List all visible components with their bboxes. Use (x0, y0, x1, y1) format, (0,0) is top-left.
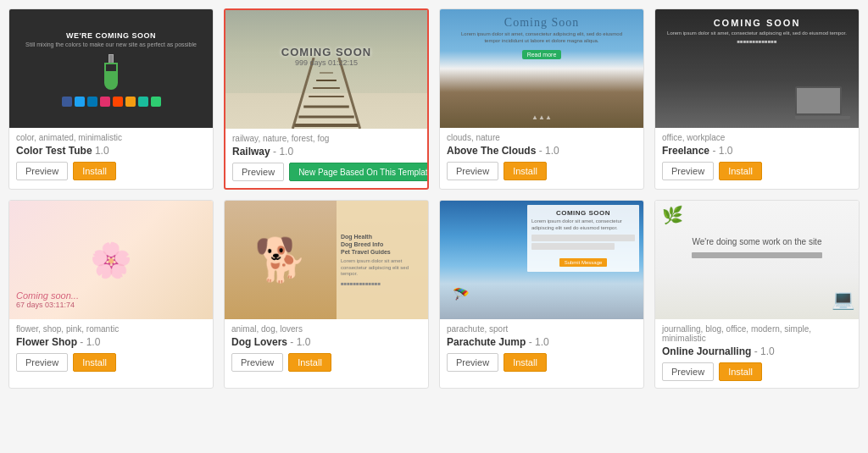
color-test-title: WE'RE COMING SOON (66, 31, 156, 40)
new-page-button-railway[interactable]: New Page Based On This Template (289, 163, 429, 181)
install-button-clouds[interactable]: Install (504, 162, 547, 180)
card-actions-dog: Preview Install (231, 353, 421, 372)
social-icons (62, 97, 161, 107)
preview-button-freelance[interactable]: Preview (662, 162, 714, 180)
preview-button-dog[interactable]: Preview (231, 353, 283, 372)
dog-emoji: 🐕 (254, 235, 307, 285)
card-tags-railway: railway, nature, forest, fog (232, 134, 420, 143)
thumb-freelance: COMING SOON Lorem ipsum dolor sit amet, … (655, 9, 859, 128)
thumb-above-clouds: Coming Soon Lorem ipsum dolor sit amet, … (440, 9, 643, 128)
card-title-railway: Railway - 1.0 (232, 146, 420, 157)
card-tags-dog: animal, dog, lovers (231, 324, 421, 334)
freelance-overlay: COMING SOON Lorem ipsum dolor sit amet, … (655, 9, 859, 128)
preview-button-flower[interactable]: Preview (16, 353, 68, 372)
card-color-test-tube: WE'RE COMING SOON Still mixing the color… (8, 8, 214, 190)
journal-overlay: 🌿 💻 We're doing some work on the site (655, 201, 859, 319)
card-info-parachute: parachute, sport Parachute Jump - 1.0 Pr… (440, 319, 643, 378)
template-grid: WE'RE COMING SOON Still mixing the color… (8, 8, 860, 389)
parachute-overlay: COMING SOON Lorem ipsum dolor sit amet, … (440, 201, 643, 319)
laptop-visual (795, 86, 850, 119)
card-title-journal: Online Journalling - 1.0 (662, 345, 852, 357)
card-flower-shop: 🌸 Coming soon... 67 days 03:11:74 flower… (8, 200, 214, 389)
card-title-dog: Dog Lovers - 1.0 (231, 336, 421, 348)
flower-overlay: 🌸 Coming soon... 67 days 03:11:74 (9, 201, 213, 319)
thumb-railway: COMING SOON 999 days 01:22:15 (225, 10, 427, 129)
flower-emoji: 🌸 (90, 240, 132, 280)
railway-text: COMING SOON 999 days 01:22:15 (225, 46, 427, 67)
card-info-flower: flower, shop, pink, romantic Flower Shop… (9, 319, 213, 378)
install-button-dog[interactable]: Install (288, 353, 331, 372)
read-more-btn[interactable]: Read more (522, 50, 562, 59)
card-title-flower: Flower Shop - 1.0 (16, 336, 206, 348)
thumb-parachute: COMING SOON Lorem ipsum dolor sit amet, … (440, 201, 643, 319)
preview-button-clouds[interactable]: Preview (447, 162, 498, 180)
card-tags-freelance: office, workplace (662, 133, 852, 142)
install-button-freelance[interactable]: Install (719, 162, 762, 180)
thumb-flower-shop: 🌸 Coming soon... 67 days 03:11:74 (9, 201, 213, 319)
install-button-journal[interactable]: Install (719, 362, 762, 381)
card-tags-flower: flower, shop, pink, romantic (16, 324, 206, 334)
card-tags-color-test: color, animated, minimalistic (16, 133, 206, 142)
flower-coming-text: Coming soon... 67 days 03:11:74 (16, 290, 79, 309)
parachute-emoji: 🪂 (453, 286, 470, 302)
color-test-sub: Still mixing the colors to make our new … (25, 41, 197, 47)
dog-overlay: 🐕 Dog Health Dog Breed Info Pet Travel G… (225, 201, 428, 319)
card-info-clouds: clouds, nature Above The Clouds - 1.0 Pr… (440, 128, 643, 187)
card-info-railway: railway, nature, forest, fog Railway - 1… (225, 129, 427, 188)
card-online-journalling: 🌿 💻 We're doing some work on the site jo… (654, 200, 860, 389)
card-above-the-clouds: Coming Soon Lorem ipsum dolor sit amet, … (439, 8, 644, 190)
card-info-freelance: office, workplace Freelance - 1.0 Previe… (655, 128, 859, 187)
install-button-flower[interactable]: Install (73, 353, 116, 372)
railway-overlay: COMING SOON 999 days 01:22:15 (225, 10, 427, 129)
card-title-clouds: Above The Clouds - 1.0 (447, 145, 637, 157)
clouds-title: Coming Soon Lorem ipsum dolor sit amet, … (440, 16, 643, 60)
card-title-parachute: Parachute Jump - 1.0 (447, 336, 637, 348)
card-actions-parachute: Preview Install (447, 353, 637, 372)
card-actions-freelance: Preview Install (662, 162, 852, 180)
card-actions-journal: Preview Install (662, 362, 852, 381)
card-actions-clouds: Preview Install (447, 162, 637, 180)
card-railway: COMING SOON 999 days 01:22:15 railway, n… (224, 8, 429, 190)
card-tags-journal: journalling, blog, office, modern, simpl… (662, 324, 852, 343)
card-info-journal: journalling, blog, office, modern, simpl… (655, 319, 859, 388)
plant-emoji: 🌿 (662, 205, 683, 225)
clouds-overlay: Coming Soon Lorem ipsum dolor sit amet, … (440, 9, 643, 128)
install-button-parachute[interactable]: Install (504, 353, 547, 372)
card-tags-clouds: clouds, nature (447, 133, 637, 142)
card-title-color-test: Color Test Tube 1.0 (16, 145, 206, 157)
preview-button-railway[interactable]: Preview (232, 163, 284, 181)
card-actions-railway: Preview New Page Based On This Template (232, 163, 420, 181)
card-tags-parachute: parachute, sport (447, 324, 637, 334)
card-actions-flower: Preview Install (16, 353, 206, 372)
journal-text: We're doing some work on the site (664, 236, 850, 258)
card-dog-lovers: 🐕 Dog Health Dog Breed Info Pet Travel G… (224, 200, 429, 389)
preview-button-journal[interactable]: Preview (662, 362, 714, 381)
laptop-emoji: 💻 (832, 289, 854, 311)
thumb-dog-lovers: 🐕 Dog Health Dog Breed Info Pet Travel G… (225, 201, 428, 319)
install-button-color-test[interactable]: Install (73, 162, 116, 180)
card-freelance: COMING SOON Lorem ipsum dolor sit amet, … (654, 8, 860, 190)
card-actions-color-test: Preview Install (16, 162, 206, 180)
card-parachute-jump: COMING SOON Lorem ipsum dolor sit amet, … (439, 200, 644, 389)
railway-tracks-svg (225, 58, 427, 129)
dog-content-panel: Dog Health Dog Breed Info Pet Travel Gui… (337, 201, 428, 319)
thumb-journal: 🌿 💻 We're doing some work on the site (655, 201, 859, 319)
preview-button-color-test[interactable]: Preview (16, 162, 68, 180)
thumb-color-test-tube: WE'RE COMING SOON Still mixing the color… (9, 9, 213, 128)
card-info-dog: animal, dog, lovers Dog Lovers - 1.0 Pre… (225, 319, 428, 378)
preview-button-parachute[interactable]: Preview (447, 353, 498, 372)
parachute-content: COMING SOON Lorem ipsum dolor sit amet, … (527, 205, 639, 272)
card-title-freelance: Freelance - 1.0 (662, 145, 852, 157)
card-info-color-test: color, animated, minimalistic Color Test… (9, 128, 213, 187)
